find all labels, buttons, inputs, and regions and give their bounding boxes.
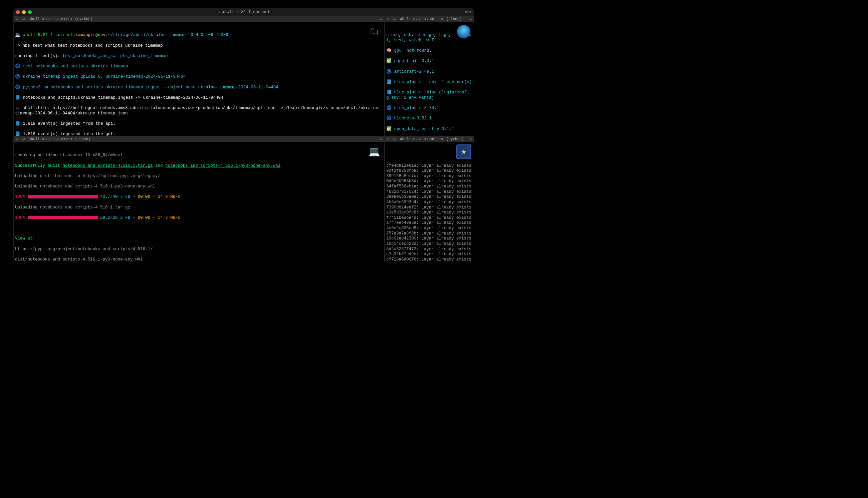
zoom-window-button[interactable]: [28, 10, 32, 14]
close-pane-icon[interactable]: ✕: [16, 17, 19, 21]
progress-bar: [28, 216, 98, 219]
layer-line: 19c02ed42300: Layer already exists: [386, 236, 472, 241]
prompt-user: kamangir: [75, 33, 95, 37]
layer-line: a3e5d3ac0fc8: Layer already exists: [386, 210, 472, 215]
layer-line: f7451bedbe4d: Layer already exists: [386, 215, 472, 221]
sep: •: [130, 215, 138, 220]
terminal-output[interactable]: 🗂 💻 abcli-9.81.1.current:kamangir@dev:~/…: [14, 22, 384, 136]
status-line: blue-plugin: blue_plugin/config.env: 1 e…: [386, 90, 469, 100]
drive-icon: ⛁: [393, 17, 396, 21]
status-line: articraft-2.49.1: [394, 69, 434, 74]
sep: ,: [411, 33, 416, 37]
sep: ,: [389, 38, 394, 43]
progress-bar: [28, 195, 98, 198]
terminal-output[interactable]: cfe4d812e61a: Layer already exists93f2f8…: [385, 142, 474, 262]
layer-line: 4c6e2c533ed8: Layer already exists: [386, 226, 472, 231]
home-icon: ⌂: [217, 10, 220, 14]
tests-label: test(s):: [38, 54, 63, 58]
terminal-output[interactable]: sleep, ssh, storage, tags, terminal, tes…: [385, 22, 474, 136]
layer-line: 399158c8bf7c: Layer already exists: [386, 174, 472, 179]
pane-title: abcli-9.81.1.current (Python): [29, 17, 92, 21]
gear-icon: 🌀: [386, 116, 394, 121]
check-icon: ✅: [386, 127, 394, 131]
window-shortcut-hint: ⌘⌥1: [465, 10, 471, 14]
keyword: wifi: [426, 38, 436, 43]
keyword: tags: [439, 33, 449, 37]
status-line: gpu: not found.: [394, 48, 432, 53]
layer-line: c7c32b57ed9c: Layer already exists: [386, 252, 472, 257]
prompt-machine: dev: [98, 33, 106, 37]
close-pane-icon[interactable]: ✕: [387, 17, 390, 21]
window-traffic-lights: [16, 10, 32, 14]
log-line: 1,818 event(s) ingested into the gdf.: [23, 132, 116, 136]
panes-grid: ✕ ⛁ abcli-9.81.1.current (Python) ≡ 🗂 💻 …: [13, 16, 474, 262]
book-icon: 📘: [15, 121, 23, 126]
progress-pct: 100%: [15, 215, 25, 220]
sep: •: [150, 195, 158, 199]
window-title: ⌂ abcli-9.81.1.current: [13, 10, 474, 14]
globe-icon: [456, 24, 471, 39]
upload-size: 29.2/29.2 kB: [98, 215, 130, 220]
terminal-output[interactable]: 💻 removing build/bdist.macosx-13-x86_64/…: [14, 142, 384, 262]
and-label: and: [153, 163, 166, 168]
folder-icon: 🗂: [367, 24, 382, 39]
pane-menu-icon[interactable]: ≡: [469, 17, 472, 21]
close-pane-icon[interactable]: ✕: [387, 137, 390, 141]
close-window-button[interactable]: [16, 10, 20, 14]
prompt-path: ~/storage/abcli/ukraine-timemap-2024-06-…: [108, 33, 228, 37]
keyword: ssh: [404, 33, 412, 37]
sep: ,: [404, 38, 409, 43]
pane-tab-header: ✕ ⛁ abcli-9.81.1.current (sleep) ≡: [385, 16, 474, 22]
sep: ,: [449, 33, 454, 37]
upload-rate: 14.3 MB/s: [158, 215, 181, 220]
sep: •: [150, 215, 158, 220]
window-titlebar: ⌂ abcli-9.81.1.current ⌘⌥1: [13, 8, 474, 16]
status-line: blue-plugin: .env: 1 env var(s): [394, 80, 472, 84]
layer-line: 29e9e5b38e0e: Layer already exists: [386, 195, 472, 200]
url-line: https://pypi.org/project/notebooks-and-s…: [15, 247, 383, 252]
gear-icon: 🌀: [15, 74, 23, 79]
status-line: blue_plugin-3.74.1: [394, 106, 439, 110]
drive-icon: ⛁: [393, 137, 396, 141]
gear-icon: 🌀: [15, 85, 23, 90]
close-pane-icon[interactable]: ✕: [16, 137, 19, 141]
gear-icon: 🌀: [386, 106, 394, 110]
pane-title: abcli-9.81.1.current (-bash): [29, 137, 90, 141]
sep: •: [130, 195, 138, 199]
layer-line: f390d814eef2: Layer already exists: [386, 205, 472, 210]
book-icon: 📘: [386, 90, 394, 95]
upload-rate: 24.9 MB/s: [158, 195, 181, 199]
prompt-host: abcli-9.81.1.current: [23, 33, 73, 37]
status-line: open_data_registry-3.1.1: [394, 127, 454, 131]
pane-top-left[interactable]: ✕ ⛁ abcli-9.81.1.current (Python) ≡ 🗂 💻 …: [13, 16, 385, 136]
blank-line: [15, 226, 383, 231]
pane-tab-header: ✕ ⛁ abcli-9.81.1.current (Python) ≡: [14, 16, 384, 22]
keyword: watch: [409, 38, 422, 43]
layer-line: a0b14cecb23d: Layer already exists: [386, 241, 472, 247]
test-step: test_notebooks_and_scripts_ukraine_timem…: [23, 64, 128, 69]
layer-line: cfe4d812e61a: Layer already exists: [386, 163, 472, 169]
minimize-window-button[interactable]: [22, 10, 26, 14]
check-icon: ✅: [386, 59, 394, 63]
period: .: [436, 38, 439, 43]
success-label: Successfully built: [15, 163, 63, 168]
pane-top-right[interactable]: ✕ ⛁ abcli-9.81.1.current (sleep) ≡ sleep…: [385, 16, 474, 136]
keyword: test: [394, 38, 404, 43]
log-line: Uploading notebooks_and_scripts-4.516.1.…: [15, 205, 383, 210]
pane-bottom-right[interactable]: ✕ ⛁ abcli-9.81.1.current (Python) ≡ cfe4…: [385, 136, 474, 262]
pane-menu-icon[interactable]: ≡: [380, 137, 382, 141]
pane-bottom-left[interactable]: ✕ ⛁ abcli-9.81.1.current (-bash) ≡ 💻 rem…: [13, 136, 385, 262]
test-step: python3 -m notebooks_and_scripts.ukraine…: [23, 85, 278, 90]
cmdline-text: nbs test what=test_notebooks_and_scripts…: [23, 43, 163, 48]
terminal-window: ⌂ abcli-9.81.1.current ⌘⌥1 ✕ ⛁ abcli-9.8…: [13, 8, 474, 262]
book-icon: 📘: [15, 132, 23, 136]
laptop-icon: 💻: [367, 144, 382, 159]
window-title-text: abcli-9.81.1.current: [222, 10, 270, 14]
gear-icon: 🌀: [386, 69, 394, 74]
status-line: papertrail-3.3.1: [394, 59, 434, 63]
pane-menu-icon[interactable]: ≡: [469, 137, 472, 141]
view-label: View at:: [15, 236, 383, 241]
drive-icon: ⛁: [22, 137, 25, 141]
test-count: 1: [35, 54, 38, 58]
pane-menu-icon[interactable]: ≡: [380, 17, 382, 21]
